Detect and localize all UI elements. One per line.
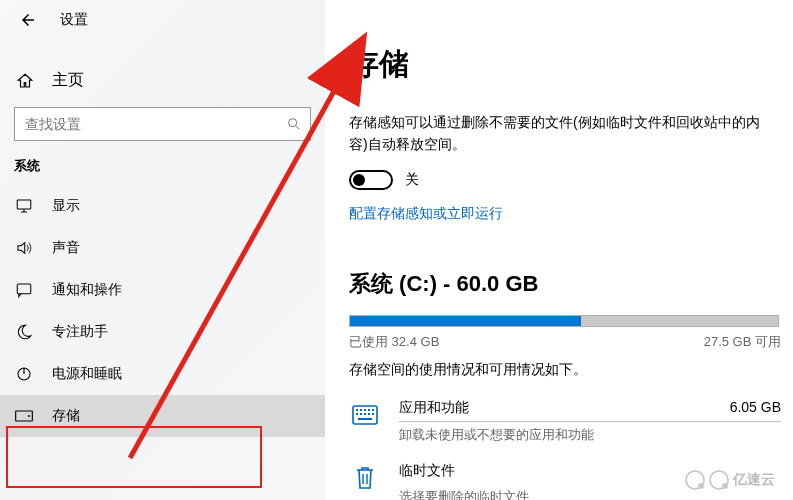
- sidebar-item-display[interactable]: 显示: [0, 185, 325, 227]
- main-content: 存储 存储感知可以通过删除不需要的文件(例如临时文件和回收站中的内容)自动释放空…: [325, 0, 793, 500]
- svg-point-0: [289, 119, 297, 127]
- message-icon: [15, 281, 33, 299]
- watermark-icon: [685, 470, 705, 490]
- home-icon: [16, 72, 34, 90]
- sidebar-item-notifications[interactable]: 通知和操作: [0, 269, 325, 311]
- configure-storage-sense-link[interactable]: 配置存储感知或立即运行: [349, 205, 503, 223]
- storage-usage-bar: [349, 315, 779, 327]
- usage-description: 存储空间的使用情况和可用情况如下。: [349, 361, 769, 379]
- home-button[interactable]: 主页: [0, 60, 325, 101]
- keyboard-icon: [352, 405, 378, 425]
- sidebar-item-label: 显示: [52, 197, 80, 215]
- storage-sense-toggle[interactable]: [349, 170, 393, 190]
- svg-rect-10: [368, 409, 370, 411]
- svg-rect-16: [372, 413, 374, 415]
- storage-sense-description: 存储感知可以通过删除不需要的文件(例如临时文件和回收站中的内容)自动释放空间。: [349, 111, 769, 156]
- power-icon: [15, 365, 33, 383]
- watermark-icon: [709, 470, 729, 490]
- speaker-icon: [15, 239, 33, 257]
- svg-rect-8: [360, 409, 362, 411]
- svg-rect-7: [356, 409, 358, 411]
- category-size: 6.05 GB: [730, 399, 781, 417]
- svg-rect-13: [360, 413, 362, 415]
- arrow-left-icon: [19, 11, 37, 29]
- watermark-text: 亿速云: [733, 471, 775, 489]
- category-name: 临时文件: [399, 462, 455, 480]
- storage-usage-fill: [350, 316, 581, 326]
- sidebar-item-storage[interactable]: 存储: [0, 395, 325, 437]
- used-space-label: 已使用 32.4 GB: [349, 333, 439, 351]
- moon-icon: [15, 323, 33, 341]
- svg-point-5: [28, 415, 30, 417]
- search-input[interactable]: [25, 116, 286, 132]
- category-name: 应用和功能: [399, 399, 469, 417]
- category-apps[interactable]: 应用和功能 6.05 GB 卸载未使用或不想要的应用和功能: [349, 399, 781, 444]
- app-title: 设置: [60, 11, 88, 29]
- svg-rect-9: [364, 409, 366, 411]
- system-section-label: 系统: [0, 157, 325, 185]
- trash-icon: [354, 465, 376, 491]
- toggle-state-label: 关: [405, 171, 419, 189]
- svg-rect-2: [17, 284, 31, 294]
- page-title: 存储: [349, 44, 769, 85]
- svg-rect-11: [372, 409, 374, 411]
- sidebar-item-label: 声音: [52, 239, 80, 257]
- sidebar-item-label: 通知和操作: [52, 281, 122, 299]
- svg-rect-12: [356, 413, 358, 415]
- category-subtitle: 卸载未使用或不想要的应用和功能: [399, 422, 781, 444]
- home-label: 主页: [52, 70, 84, 91]
- monitor-icon: [15, 197, 33, 215]
- search-icon: [286, 116, 302, 132]
- drive-icon: [14, 409, 34, 423]
- sidebar-item-label: 电源和睡眠: [52, 365, 122, 383]
- search-box[interactable]: [14, 107, 311, 141]
- sidebar-item-label: 专注助手: [52, 323, 108, 341]
- svg-rect-14: [364, 413, 366, 415]
- sidebar-item-focus[interactable]: 专注助手: [0, 311, 325, 353]
- drive-title: 系统 (C:) - 60.0 GB: [349, 269, 769, 299]
- svg-rect-1: [17, 200, 31, 209]
- svg-rect-15: [368, 413, 370, 415]
- sidebar-item-power[interactable]: 电源和睡眠: [0, 353, 325, 395]
- sidebar: 设置 主页 系统 显示 声音 通知和操作 专注助手 电源: [0, 0, 325, 500]
- sidebar-item-label: 存储: [52, 407, 80, 425]
- svg-rect-17: [358, 418, 372, 420]
- free-space-label: 27.5 GB 可用: [704, 333, 781, 351]
- watermark: 亿速云: [685, 470, 775, 490]
- sidebar-item-sound[interactable]: 声音: [0, 227, 325, 269]
- back-button[interactable]: [16, 8, 40, 32]
